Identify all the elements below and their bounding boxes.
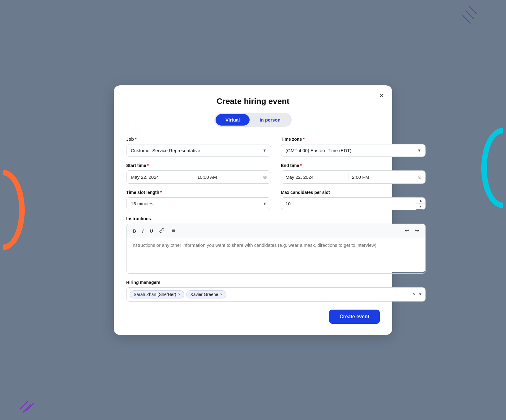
tag-sarah: Sarah Zhan (She/Her) × bbox=[130, 290, 184, 298]
modal-footer: Create event bbox=[126, 310, 380, 324]
svg-line-0 bbox=[469, 6, 477, 14]
underline-button[interactable]: U bbox=[147, 227, 156, 235]
timezone-label: Time zone* bbox=[281, 137, 426, 142]
timezone-required-star: * bbox=[303, 137, 304, 142]
link-button[interactable] bbox=[157, 226, 167, 235]
svg-line-5 bbox=[26, 403, 34, 411]
number-spinners: ▲ ▼ bbox=[416, 198, 425, 209]
decrement-button[interactable]: ▼ bbox=[416, 204, 425, 209]
start-time-input[interactable] bbox=[194, 171, 259, 183]
deco-purple-lines-top bbox=[460, 5, 481, 26]
tag-xavier-name: Xavier Greene bbox=[190, 292, 218, 297]
job-select-wrapper: Customer Service Representative ▼ bbox=[126, 144, 271, 157]
event-type-toggle: Virtual In person bbox=[214, 113, 292, 127]
editor-toolbar: B I U ↩ ↪ bbox=[126, 224, 425, 238]
tag-xavier: Xavier Greene × bbox=[186, 290, 226, 298]
timezone-select-wrapper: (GMT-4:00) Eastern Time (EDT) ▼ bbox=[281, 144, 426, 157]
undo-button[interactable]: ↩ bbox=[402, 226, 411, 235]
svg-line-3 bbox=[20, 401, 28, 409]
italic-button[interactable]: I bbox=[140, 227, 146, 235]
end-datetime-row: ⊗ bbox=[281, 170, 426, 184]
start-clear-button[interactable]: ⊗ bbox=[259, 171, 271, 183]
instructions-field-group: Instructions B I U ↩ ↪ bbox=[126, 216, 426, 274]
start-time-field-group: Start time* ⊗ bbox=[126, 163, 271, 184]
job-field-group: Job* Customer Service Representative ▼ bbox=[126, 137, 271, 157]
slot-length-label: Time slot length* bbox=[126, 190, 271, 195]
timezone-field-group: Time zone* (GMT-4:00) Eastern Time (EDT)… bbox=[281, 137, 426, 157]
start-time-label: Start time* bbox=[126, 163, 271, 168]
job-select[interactable]: Customer Service Representative bbox=[126, 144, 271, 157]
list-button[interactable] bbox=[168, 226, 178, 235]
start-date-input[interactable] bbox=[126, 171, 194, 183]
start-required-star: * bbox=[147, 163, 149, 168]
hiring-managers-label: Hiring managers bbox=[126, 280, 426, 285]
max-candidates-label: Max candidates per slot bbox=[281, 190, 426, 195]
remove-xavier-button[interactable]: × bbox=[220, 292, 223, 296]
job-required-star: * bbox=[135, 137, 136, 142]
close-button[interactable]: × bbox=[380, 92, 384, 99]
end-time-label: End time* bbox=[281, 163, 426, 168]
svg-line-2 bbox=[463, 15, 470, 23]
max-candidates-input[interactable] bbox=[281, 198, 416, 210]
clear-all-button[interactable]: × bbox=[413, 291, 416, 298]
create-event-button[interactable]: Create event bbox=[329, 310, 380, 324]
slot-length-select[interactable]: 15 minutes bbox=[126, 197, 271, 210]
bold-button[interactable]: B bbox=[130, 227, 139, 235]
modal-title: Create hiring event bbox=[126, 96, 380, 106]
slot-required-star: * bbox=[160, 190, 162, 195]
end-time-input[interactable] bbox=[349, 171, 414, 183]
job-label: Job* bbox=[126, 137, 271, 142]
instructions-editor: B I U ↩ ↪ bbox=[126, 224, 426, 274]
slot-length-select-wrapper: 15 minutes ▼ bbox=[126, 197, 271, 210]
hiring-managers-field-group: Hiring managers Sarah Zhan (She/Her) × X… bbox=[126, 280, 426, 302]
instructions-label: Instructions bbox=[126, 216, 426, 221]
svg-line-4 bbox=[23, 405, 31, 412]
deco-purple-lines-bottom bbox=[19, 392, 40, 414]
in-person-tab[interactable]: In person bbox=[250, 114, 290, 126]
hiring-managers-chevron-icon[interactable]: ▼ bbox=[418, 292, 422, 297]
slot-length-field-group: Time slot length* 15 minutes ▼ bbox=[126, 190, 271, 210]
create-hiring-event-modal: × Create hiring event Virtual In person … bbox=[114, 85, 392, 335]
svg-line-1 bbox=[466, 11, 474, 19]
end-required-star: * bbox=[300, 163, 302, 168]
max-candidates-field-group: Max candidates per slot ▲ ▼ bbox=[281, 190, 426, 210]
remove-sarah-button[interactable]: × bbox=[178, 292, 181, 296]
instructions-textarea[interactable] bbox=[126, 238, 425, 272]
start-datetime-row: ⊗ bbox=[126, 170, 271, 184]
max-candidates-number-wrapper: ▲ ▼ bbox=[281, 197, 426, 210]
multi-select-actions: × ▼ bbox=[413, 291, 422, 298]
increment-button[interactable]: ▲ bbox=[416, 198, 425, 204]
redo-button[interactable]: ↪ bbox=[413, 226, 422, 235]
form-grid: Job* Customer Service Representative ▼ T… bbox=[126, 137, 380, 302]
virtual-tab[interactable]: Virtual bbox=[216, 114, 250, 126]
end-clear-button[interactable]: ⊗ bbox=[414, 171, 425, 183]
modal-overlay: × Create hiring event Virtual In person … bbox=[0, 0, 506, 420]
hiring-managers-multi-select[interactable]: Sarah Zhan (She/Her) × Xavier Greene × ×… bbox=[126, 287, 426, 302]
end-time-field-group: End time* ⊗ bbox=[281, 163, 426, 184]
end-date-input[interactable] bbox=[281, 171, 349, 183]
timezone-select[interactable]: (GMT-4:00) Eastern Time (EDT) bbox=[281, 144, 426, 157]
tag-sarah-name: Sarah Zhan (She/Her) bbox=[134, 292, 176, 297]
